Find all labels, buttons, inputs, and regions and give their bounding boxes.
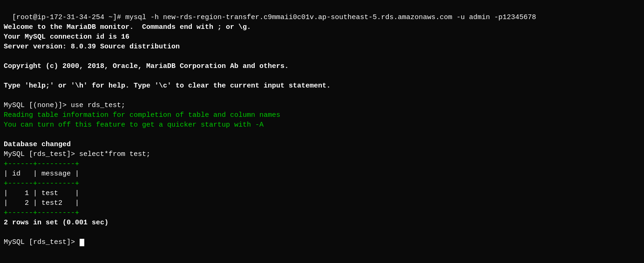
cursor-block xyxy=(80,239,84,246)
rows-result: 2 rows in set (0.001 sec) xyxy=(4,219,108,227)
table-data-row2: | 2 | test2 | xyxy=(4,199,79,207)
use-cmd: MySQL [(none)]> use rds_test; xyxy=(4,101,125,109)
table-bottom-border: +------+---------+ xyxy=(4,209,79,217)
turnoff-line: You can turn off this feature to get a q… xyxy=(4,121,264,129)
select-cmd: MySQL [rds_test]> select*from test; xyxy=(4,150,150,158)
table-header-row: | id | message | xyxy=(4,170,79,178)
table-top-border: +------+---------+ xyxy=(4,160,79,168)
table-sep-border: +------+---------+ xyxy=(4,180,79,188)
help-line: Type 'help;' or '\h' for help. Type '\c'… xyxy=(4,82,331,90)
welcome-line: Welcome to the MariaDB monitor. Commands… xyxy=(4,23,251,31)
copyright-line: Copyright (c) 2000, 2018, Oracle, MariaD… xyxy=(4,62,289,70)
connection-line: Your MySQL connection id is 16 xyxy=(4,33,129,41)
table-data-row1: | 1 | test | xyxy=(4,189,79,197)
server-line: Server version: 8.0.39 Source distributi… xyxy=(4,43,180,51)
db-changed-line: Database changed xyxy=(4,141,71,148)
cmd-line: [root@ip-172-31-34-254 ~]# mysql -h new-… xyxy=(12,13,536,21)
terminal-window[interactable]: [root@ip-172-31-34-254 ~]# mysql -h new-… xyxy=(0,0,644,263)
reading-line: Reading table information for completion… xyxy=(4,111,280,119)
final-prompt: MySQL [rds_test]> xyxy=(4,238,84,246)
